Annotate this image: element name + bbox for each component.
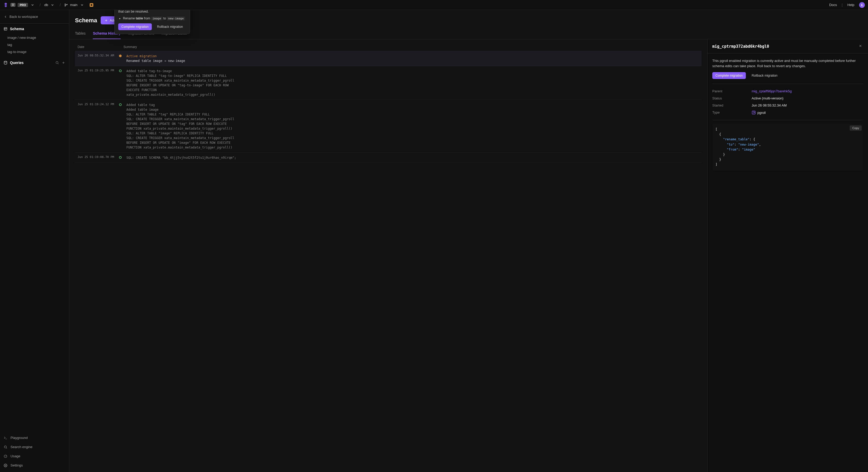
- svg-point-3: [90, 4, 92, 6]
- history-pane: Date Summary Jun 26 08:55:32.34 AM Activ…: [69, 39, 707, 472]
- sidebar-item-settings[interactable]: Settings: [0, 461, 69, 470]
- sidebar-item-label: Settings: [10, 463, 23, 467]
- status-ok-icon: [119, 69, 125, 73]
- active-migration-popover: There is an active migration on this bra…: [114, 10, 190, 34]
- row-summary: Active migration Renamed table image → n…: [126, 54, 699, 63]
- row-summary: Added table tag Added table image SQL: A…: [126, 102, 699, 150]
- chevron-down-icon[interactable]: [31, 3, 34, 7]
- history-row[interactable]: Jun 25 01:19:25.95 PM Added table tag-to…: [75, 66, 702, 100]
- chevron-down-icon[interactable]: [80, 3, 84, 7]
- terminal-icon: [4, 436, 7, 440]
- sidebar-item-usage[interactable]: Usage: [0, 451, 69, 461]
- meta-type-label: Type: [712, 111, 752, 115]
- sidebar-item-label: Usage: [10, 454, 21, 458]
- row-date: Jun 25 01:19:25.95 PM: [78, 69, 118, 72]
- meta-type-value: pgroll: [752, 111, 766, 115]
- complete-migration-button[interactable]: Complete migration: [712, 72, 746, 79]
- svg-point-0: [65, 4, 66, 4]
- svg-line-14: [6, 448, 7, 448]
- rollback-migration-button[interactable]: Rollback migration: [154, 23, 186, 30]
- row-date: Jun 26 08:55:32.34 AM: [78, 54, 118, 57]
- sidebar-item-label: Playground: [10, 436, 28, 440]
- sidebar-table-item[interactable]: tag: [2, 41, 67, 48]
- app-logo[interactable]: [3, 2, 8, 8]
- meta-status-value: Active (multi-version): [752, 96, 783, 100]
- svg-point-8: [56, 61, 58, 63]
- avatar[interactable]: E: [859, 2, 865, 8]
- migration-json: [ { "rename_table": { "to": "new-image",…: [712, 124, 863, 171]
- db-name[interactable]: db: [44, 3, 48, 7]
- meta-parent-value[interactable]: mig_cptaff96jqn7barehk5g: [752, 89, 792, 93]
- branch-name[interactable]: main: [70, 3, 78, 7]
- migration-detail-panel: mig_cptrmp372abd6kr4bgl0 This pgroll ena…: [707, 39, 868, 472]
- row-date: Jun 25 01:19:08.70 PM: [78, 155, 118, 159]
- tab-tables[interactable]: Tables: [75, 28, 86, 39]
- migration-id: mig_cptrmp372abd6kr4bgl0: [712, 44, 769, 49]
- history-row[interactable]: Jun 25 01:19:08.70 PM SQL: CREATE SCHEMA…: [75, 152, 702, 163]
- pgroll-icon: [752, 111, 756, 115]
- history-table: Date Summary Jun 26 08:55:32.34 AM Activ…: [75, 43, 702, 163]
- history-row[interactable]: Jun 26 08:55:32.34 AM Active migration R…: [75, 51, 702, 66]
- search-icon[interactable]: [55, 61, 59, 64]
- svg-line-9: [58, 63, 59, 64]
- separator: /: [39, 3, 41, 7]
- col-summary: Summary: [123, 45, 699, 49]
- plus-icon[interactable]: [62, 61, 65, 64]
- table-icon: [4, 27, 7, 31]
- sidebar-item-search[interactable]: Search engine: [0, 442, 69, 451]
- separator: |: [842, 3, 843, 7]
- top-bar: D PRO / db / main Docs | Help E: [0, 0, 868, 10]
- back-to-workspace[interactable]: Back to workspace: [0, 10, 69, 24]
- queries-heading-label: Queries: [10, 61, 24, 65]
- svg-rect-4: [4, 28, 7, 30]
- svg-point-1: [65, 5, 66, 6]
- popover-change-item: Rename table from image to new-image: [123, 17, 186, 20]
- plus-icon: [104, 19, 108, 22]
- copy-button[interactable]: Copy: [850, 125, 862, 131]
- migration-warning-badge[interactable]: [90, 3, 93, 7]
- row-date: Jun 25 01:19:24.12 PM: [78, 102, 118, 106]
- back-label: Back to workspace: [9, 15, 38, 19]
- status-warning-icon: [119, 54, 125, 58]
- sidebar-table-item[interactable]: tag-to-image: [2, 48, 67, 55]
- sidebar: Back to workspace Schema image / new-ima…: [0, 10, 69, 472]
- complete-migration-button[interactable]: Complete migration: [118, 23, 152, 30]
- svg-point-13: [4, 446, 6, 448]
- svg-point-17: [5, 465, 6, 466]
- meta-started-value: Jun 26 08:55:32.34 AM: [752, 104, 787, 107]
- history-row[interactable]: Jun 25 01:19:24.12 PM Added table tag Ad…: [75, 100, 702, 152]
- sidebar-item-playground[interactable]: Playground: [0, 433, 69, 442]
- meta-parent-label: Parent: [712, 89, 752, 93]
- schema-heading[interactable]: Schema: [0, 24, 69, 34]
- plan-badge: PRO: [18, 3, 28, 7]
- separator: /: [60, 3, 61, 7]
- schema-heading-label: Schema: [10, 27, 24, 31]
- migration-description: This pgroll enabled migration is current…: [712, 58, 863, 68]
- status-ok-icon: [119, 102, 125, 107]
- queries-heading[interactable]: Queries: [0, 57, 69, 68]
- workspace-badge: D: [10, 3, 16, 7]
- status-ok-icon: [119, 155, 125, 159]
- rollback-migration-button[interactable]: Rollback migration: [748, 72, 781, 79]
- sidebar-table-item[interactable]: image / new-image: [2, 34, 67, 41]
- chevron-down-icon[interactable]: [51, 3, 54, 7]
- col-date: Date: [78, 45, 123, 49]
- search-icon: [4, 445, 7, 449]
- meta-started-label: Started: [712, 104, 752, 107]
- popover-text: There is an active migration on this bra…: [118, 10, 186, 14]
- sidebar-item-label: Search engine: [10, 445, 32, 449]
- svg-point-7: [4, 61, 7, 62]
- gauge-icon: [4, 454, 7, 458]
- row-summary: SQL: CREATE SCHEMA "bb_4tjj5vjhsd2t5f2tu…: [126, 155, 699, 160]
- database-icon: [4, 61, 7, 64]
- close-icon[interactable]: [858, 43, 863, 50]
- arrow-left-icon: [4, 15, 7, 19]
- main-content: There is an active migration on this bra…: [69, 10, 868, 472]
- docs-link[interactable]: Docs: [829, 3, 837, 7]
- svg-line-16: [5, 455, 6, 456]
- help-link[interactable]: Help: [847, 3, 855, 7]
- row-summary: Added table tag-to-image SQL: ALTER TABL…: [126, 69, 699, 97]
- branch-icon: [64, 3, 68, 7]
- page-title: Schema: [75, 17, 97, 24]
- meta-status-label: Status: [712, 96, 752, 100]
